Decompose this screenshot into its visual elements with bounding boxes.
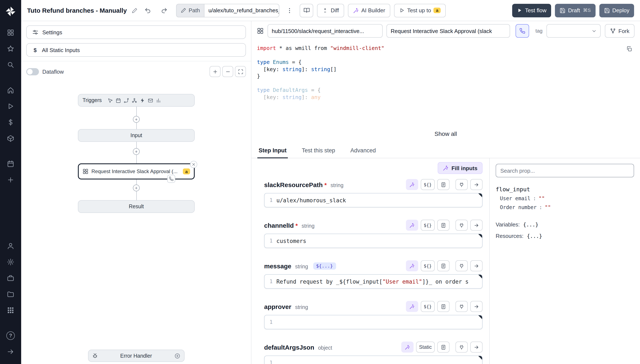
ai-fill-wand-button[interactable]	[406, 220, 418, 231]
undo-button[interactable]	[141, 4, 154, 17]
hub-path-input[interactable]: hub/11500/slack/request_interactive...	[268, 24, 383, 38]
tab-step-input[interactable]: Step Input	[257, 143, 288, 158]
field-input-approver[interactable]: 1	[264, 315, 482, 329]
plug-connect-button[interactable]	[456, 260, 468, 271]
email-trigger-icon[interactable]	[148, 98, 154, 103]
arrow-insert-button[interactable]	[470, 301, 482, 312]
all-static-inputs-button[interactable]: $ All Static Inputs	[26, 43, 246, 57]
expression-mode-button[interactable]: ${}	[421, 301, 435, 312]
arrow-insert-button[interactable]	[470, 220, 482, 231]
ai-fill-wand-button[interactable]	[406, 260, 418, 271]
more-menu-button[interactable]	[284, 4, 296, 17]
apps-grid-icon[interactable]	[4, 304, 18, 316]
flow-settings-button[interactable]: Settings	[26, 26, 246, 39]
ai-fill-wand-button[interactable]	[406, 301, 418, 312]
show-all-button[interactable]: Show all	[428, 128, 463, 140]
editor-mode-button[interactable]	[437, 301, 450, 312]
editor-mode-button[interactable]	[437, 179, 450, 190]
redo-button[interactable]	[158, 4, 170, 17]
windmill-logo-icon[interactable]	[4, 5, 17, 18]
fork-button[interactable]: Fork	[605, 24, 634, 38]
plug-connect-button[interactable]	[456, 342, 468, 352]
add-error-handler-button[interactable]	[174, 353, 180, 359]
copy-code-button[interactable]	[626, 46, 632, 52]
variables-expand[interactable]: {...}	[523, 222, 538, 228]
folders-icon[interactable]	[4, 288, 18, 300]
add-step-button[interactable]: +	[133, 148, 140, 155]
variables-dollar-icon[interactable]	[4, 116, 18, 129]
settings-gear-icon[interactable]	[4, 256, 18, 268]
fit-view-button[interactable]	[235, 66, 246, 77]
run-trigger-icon[interactable]	[108, 98, 113, 103]
dashboard-grid-icon[interactable]	[4, 26, 18, 39]
tag-select[interactable]	[546, 24, 600, 38]
resources-expand[interactable]: {...}	[527, 233, 542, 239]
edit-title-pencil-icon[interactable]	[132, 8, 137, 13]
editor-mode-button[interactable]	[437, 220, 450, 231]
arrow-insert-button[interactable]	[470, 260, 482, 271]
input-node[interactable]: Input	[78, 129, 195, 142]
field-input-defaultArgsJson[interactable]: 1	[264, 356, 482, 364]
ai-fill-wand-button[interactable]	[401, 342, 414, 352]
expression-mode-button[interactable]: ${}	[421, 260, 435, 271]
ai-fill-wand-button[interactable]	[406, 179, 418, 190]
step-summary-input[interactable]: Request Interactive Slack Approval (slac…	[386, 24, 510, 38]
ai-builder-button[interactable]: AI Builder	[348, 4, 390, 17]
prop-user-email[interactable]: User email : ""	[496, 196, 634, 202]
add-step-button[interactable]: +	[133, 184, 140, 191]
http-route-trigger-icon[interactable]	[124, 98, 129, 103]
home-icon[interactable]	[4, 84, 18, 96]
user-icon[interactable]	[4, 240, 18, 252]
suspend-approval-phone-icon[interactable]	[167, 175, 175, 183]
arrow-insert-button[interactable]	[470, 179, 482, 190]
editor-mode-button[interactable]	[437, 342, 450, 352]
diff-button[interactable]: Diff	[317, 4, 344, 17]
tab-test-this-step[interactable]: Test this step	[300, 143, 336, 158]
triggers-node[interactable]: Triggers	[78, 94, 195, 107]
docs-book-button[interactable]	[300, 4, 314, 17]
workers-briefcase-icon[interactable]	[4, 272, 18, 284]
search-icon[interactable]	[4, 58, 18, 71]
path-input[interactable]: u/alex/tuto_refund_branches_	[204, 4, 280, 17]
webhook-trigger-icon[interactable]	[132, 98, 137, 103]
schedules-calendar-icon[interactable]	[4, 158, 18, 170]
static-mode-button[interactable]: Static	[416, 342, 435, 352]
schedule-trigger-icon[interactable]	[116, 98, 121, 103]
zoom-in-button[interactable]	[210, 66, 220, 77]
websocket-trigger-icon[interactable]	[140, 98, 146, 103]
draft-button[interactable]: Draft ⌘S	[555, 4, 595, 17]
test-up-to-button[interactable]: Test up to a	[394, 4, 446, 17]
plug-connect-button[interactable]	[456, 179, 468, 190]
path-button[interactable]: Path	[176, 4, 204, 17]
plug-connect-button[interactable]	[456, 301, 468, 312]
flow-input-root[interactable]: flow_input	[496, 186, 634, 192]
arrow-insert-button[interactable]	[470, 342, 482, 352]
expression-mode-button[interactable]: ${}	[421, 179, 435, 190]
collapse-sidebar-arrow-icon[interactable]	[4, 346, 18, 358]
slack-approval-step-node[interactable]: Request Interactive Slack Approval (... …	[78, 164, 195, 180]
test-flow-button[interactable]: Test flow	[512, 4, 551, 17]
editor-mode-button[interactable]	[437, 260, 450, 271]
field-input-channelId[interactable]: 1 customers	[264, 234, 482, 248]
error-handler-node[interactable]: Error Handler	[88, 350, 184, 362]
zoom-out-button[interactable]	[222, 66, 233, 77]
resources-box-icon[interactable]	[4, 132, 18, 145]
field-input-message[interactable]: 1 Refund request by _${flow_input["User …	[264, 274, 482, 289]
search-prop-input[interactable]	[496, 164, 634, 177]
expression-mode-button[interactable]: ${}	[421, 220, 435, 231]
fill-inputs-button[interactable]: Fill inputs	[438, 162, 482, 174]
code-editor[interactable]: import * as wmill from "windmill-client"…	[252, 41, 640, 124]
runs-play-icon[interactable]	[4, 100, 18, 112]
deploy-button[interactable]: Deploy	[599, 4, 634, 17]
add-step-button[interactable]: +	[133, 116, 140, 123]
result-node[interactable]: Result	[78, 200, 195, 213]
suspend-approval-button[interactable]	[516, 24, 529, 38]
add-plus-icon[interactable]	[4, 174, 18, 186]
dataflow-toggle[interactable]	[26, 68, 39, 75]
remove-step-button[interactable]	[190, 161, 197, 168]
plug-connect-button[interactable]	[456, 220, 468, 231]
kafka-trigger-icon[interactable]	[156, 98, 162, 103]
help-icon[interactable]: ?	[4, 329, 18, 342]
prop-order-number[interactable]: Order number : ""	[496, 204, 634, 210]
tab-advanced[interactable]: Advanced	[349, 143, 377, 158]
